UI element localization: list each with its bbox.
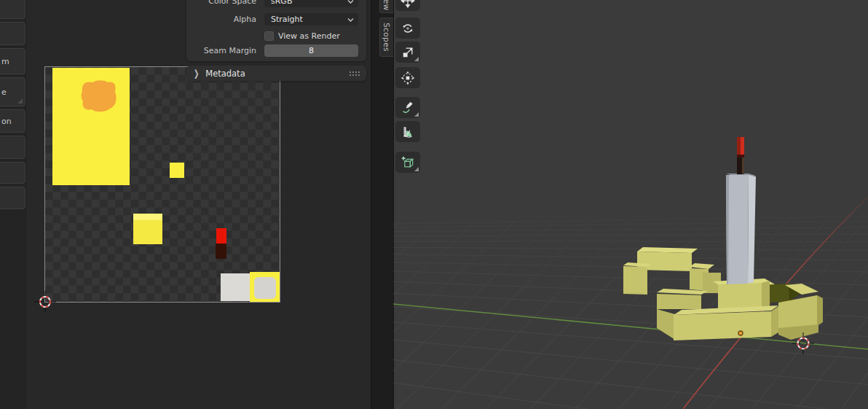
left-strip-button[interactable]	[0, 22, 25, 45]
measure-tool-button[interactable]	[395, 121, 420, 142]
sidebar-tabs: View Scopes	[371, 0, 393, 409]
tab-scopes[interactable]: Scopes	[379, 17, 393, 57]
add-cube-icon	[401, 155, 415, 170]
move-icon	[401, 0, 415, 8]
measure-icon	[401, 125, 415, 139]
chevron-down-icon	[347, 17, 354, 22]
color-space-dropdown[interactable]: sRGB	[264, 0, 358, 7]
alpha-label: Alpha	[186, 13, 256, 26]
blender-window: meon Color Space sRGB Alpha Straight Vie…	[0, 0, 868, 409]
view-as-render-checkbox[interactable]	[264, 31, 274, 41]
scale-tool-button[interactable]	[395, 42, 420, 63]
annotate-icon	[401, 101, 415, 115]
submenu-corner-icon	[414, 112, 419, 117]
tab-view[interactable]: View	[379, 0, 393, 13]
expand-chevron-icon: ❯	[194, 68, 199, 79]
resize-grip-icon[interactable]	[17, 98, 23, 104]
move-tool-button[interactable]	[395, 0, 420, 11]
rotate-tool-button[interactable]	[395, 17, 420, 39]
chevron-down-icon	[347, 0, 354, 4]
alpha-value: Straight	[271, 13, 347, 26]
seam-margin-label: Seam Margin	[186, 44, 256, 57]
view-as-render-label: View as Render	[278, 31, 340, 42]
left-strip-button[interactable]: on	[0, 109, 25, 133]
submenu-corner-icon	[414, 57, 419, 61]
image-properties-panel: Color Space sRGB Alpha Straight View as …	[186, 0, 366, 61]
metadata-panel-title: Metadata	[205, 69, 245, 79]
panel-grip-icon[interactable]	[349, 71, 360, 77]
left-strip-button[interactable]	[0, 187, 25, 209]
add-cube-tool-button[interactable]	[395, 152, 420, 173]
submenu-corner-icon	[414, 167, 419, 171]
color-space-label: Color Space	[186, 0, 256, 7]
viewport-toolbar	[393, 0, 425, 409]
seam-margin-field[interactable]: 8	[264, 44, 358, 57]
rotate-icon	[401, 21, 415, 36]
color-space-row: Color Space sRGB	[186, 0, 366, 7]
left-strip-button[interactable]	[0, 136, 25, 159]
left-strip-button[interactable]: m	[0, 48, 25, 74]
scale-icon	[401, 45, 415, 60]
left-strip-button[interactable]	[0, 162, 25, 184]
view-as-render-row: View as Render	[186, 31, 366, 44]
transform-tool-button[interactable]	[395, 67, 420, 88]
left-strip-button[interactable]	[0, 0, 25, 19]
uv-image-canvas[interactable]	[45, 67, 280, 302]
alpha-dropdown[interactable]: Straight	[264, 13, 358, 26]
annotate-tool-button[interactable]	[395, 97, 420, 118]
seam-margin-row: Seam Margin 8	[186, 44, 366, 57]
transform-icon	[401, 71, 415, 85]
color-space-value: sRGB	[271, 0, 347, 7]
alpha-row: Alpha Straight	[186, 13, 366, 26]
metadata-panel[interactable]: ❯ Metadata	[186, 66, 366, 81]
viewport-3d-region[interactable]	[393, 0, 868, 409]
left-strip-button[interactable]: e	[0, 77, 25, 106]
